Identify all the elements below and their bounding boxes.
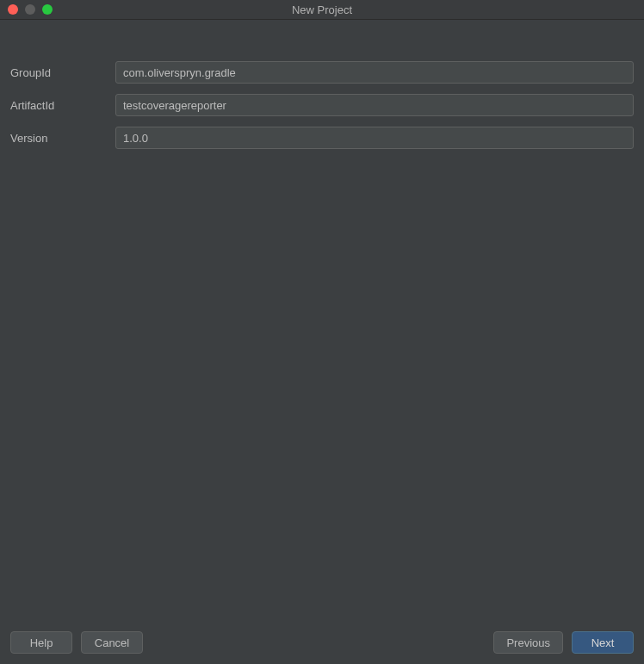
window-title: New Project	[0, 3, 644, 16]
button-group-right: Previous Next	[493, 631, 634, 654]
form-row-version: Version	[10, 127, 634, 149]
maximize-icon[interactable]	[42, 4, 53, 15]
button-bar: Help Cancel Previous Next	[10, 623, 634, 654]
form-row-artifactid: ArtifactId	[10, 94, 634, 116]
help-button[interactable]: Help	[10, 631, 72, 654]
form-row-groupid: GroupId	[10, 61, 634, 84]
minimize-icon[interactable]	[25, 4, 35, 15]
next-button[interactable]: Next	[572, 631, 634, 654]
artifactid-label: ArtifactId	[10, 99, 115, 112]
version-label: Version	[10, 132, 115, 145]
previous-button[interactable]: Previous	[493, 631, 563, 654]
dialog-content: GroupId ArtifactId Version Help Cancel P…	[0, 20, 644, 664]
cancel-button[interactable]: Cancel	[81, 631, 143, 654]
window-controls	[0, 4, 53, 15]
artifactid-input[interactable]	[115, 94, 634, 116]
close-icon[interactable]	[8, 4, 18, 15]
titlebar: New Project	[0, 0, 644, 20]
groupid-label: GroupId	[10, 66, 115, 79]
button-group-left: Help Cancel	[10, 631, 143, 654]
groupid-input[interactable]	[115, 61, 634, 84]
version-input[interactable]	[115, 127, 634, 149]
form-area: GroupId ArtifactId Version	[10, 61, 634, 623]
